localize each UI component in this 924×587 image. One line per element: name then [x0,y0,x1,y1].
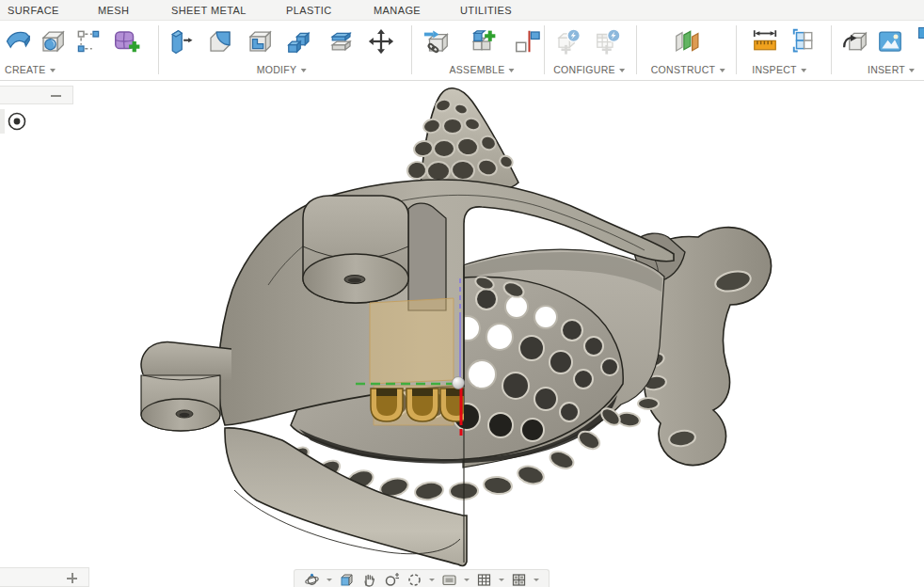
display-settings-icon[interactable] [441,572,457,587]
toolbar-separator [158,25,159,74]
tab-manage[interactable]: MANAGE [374,0,421,21]
model-perforated-cone[interactable] [406,88,518,194]
insert-component-icon[interactable] [420,24,454,58]
group-label-construct[interactable]: CONSTRUCT [651,62,725,77]
press-pull-icon[interactable] [164,24,198,58]
offset-face-icon[interactable] [324,24,358,58]
dropdown-caret-icon [619,69,625,72]
model-top-boss[interactable] [303,196,446,310]
fit-icon[interactable] [406,572,422,587]
pan-icon[interactable] [361,572,377,587]
configuration-icon[interactable] [551,24,585,58]
tab-plastic[interactable]: PLASTIC [286,0,332,21]
create-form-icon[interactable] [109,24,143,58]
extrude-surface-icon[interactable] [2,24,36,58]
browser-collapse-bar[interactable] [0,86,73,104]
dropdown-caret-icon[interactable] [534,579,539,581]
dropdown-caret-icon [300,69,306,72]
measure-icon[interactable] [748,24,782,58]
group-label-inspect[interactable]: INSPECT [752,62,806,77]
manipulator-sphere-handle[interactable] [453,377,465,389]
joint-icon[interactable] [510,24,544,58]
toolbar-separator [736,25,737,74]
configuration-table-icon[interactable] [591,24,625,58]
tab-sheet-metal[interactable]: SHEET METAL [171,0,247,21]
dropdown-caret-icon [801,69,806,72]
dropdown-caret-icon [50,69,56,72]
toolbar-separator [544,25,545,74]
origin-chip[interactable] [0,109,34,134]
clipped-toolbar-icon[interactable] [918,27,924,39]
section-analysis-icon[interactable] [787,24,820,58]
fusion-app-window: SURFACE MESH SHEET METAL PLASTIC MANAGE … [0,0,924,587]
dropdown-caret-icon[interactable] [429,579,435,581]
dropdown-caret-icon[interactable] [464,579,470,581]
dropdown-caret-icon [719,69,725,72]
tab-mesh[interactable]: MESH [98,0,129,21]
document-tabbar: SURFACE MESH SHEET METAL PLASTIC MANAGE … [0,0,924,21]
dropdown-caret-icon[interactable] [499,579,504,581]
orbit-icon[interactable] [304,572,320,587]
view-navigation-bar [294,569,550,587]
model-left-boss[interactable] [141,342,231,431]
group-label-modify[interactable]: MODIFY [257,62,307,77]
revolve-surface-icon[interactable] [36,24,70,58]
highlighted-holes [371,389,472,421]
selection-box[interactable] [370,298,454,384]
dropdown-caret-icon [509,69,515,72]
sketch-pattern-icon[interactable] [72,24,105,58]
group-label-configure[interactable]: CONFIGURE [553,62,625,77]
ribbon-toolbar: CREATE MODIFY ASSEMBLE CONFIGURE CONSTRU… [0,21,924,81]
new-component-icon[interactable] [465,24,499,58]
grid-settings-icon[interactable] [476,572,492,587]
timeline-expand-bar[interactable] [0,567,89,587]
group-label-insert[interactable]: INSERT [868,62,915,77]
toolbar-separator [411,25,412,74]
move-copy-icon[interactable] [364,24,398,58]
construction-plane-icon[interactable] [670,24,704,58]
derive-icon[interactable] [838,24,872,58]
canvas-icon[interactable] [873,24,907,58]
group-label-assemble[interactable]: ASSEMBLE [449,62,514,77]
toolbar-separator [831,25,832,74]
collapse-minus-icon[interactable] [51,95,61,97]
3d-viewport[interactable] [0,81,924,587]
fillet-icon[interactable] [203,24,237,58]
expand-plus-icon[interactable] [67,573,77,583]
toolbar-separator [636,25,637,74]
dropdown-caret-icon [909,69,915,72]
tab-utilities[interactable]: UTILITIES [460,0,512,21]
model-canvas[interactable] [0,81,924,587]
tab-surface[interactable]: SURFACE [8,0,59,21]
look-at-icon[interactable] [339,572,355,587]
combine-icon[interactable] [282,24,316,58]
shell-icon[interactable] [243,24,277,58]
zoom-icon[interactable] [384,572,400,587]
group-label-create[interactable]: CREATE [5,62,56,77]
circle-dot-icon[interactable] [5,109,29,134]
viewports-icon[interactable] [511,572,527,587]
dropdown-caret-icon[interactable] [327,579,332,581]
